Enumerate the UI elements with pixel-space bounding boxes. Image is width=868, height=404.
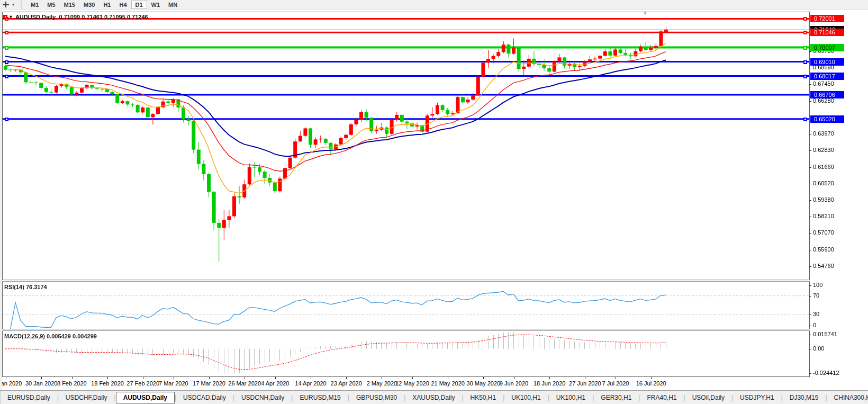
tab-gbpusd-m30[interactable]: GBPUSD,M30	[349, 392, 404, 403]
tab-usdjpy-h1[interactable]: USDJPY,H1	[733, 392, 781, 403]
tab-dj30-m15[interactable]: DJ30,M15	[783, 392, 826, 403]
date-tick-mark	[651, 377, 652, 379]
chart-marker-icon: ▼	[8, 14, 13, 20]
axis-tick-0.62830: 0.62830	[813, 147, 834, 153]
date-label: 7 Mar 2020	[155, 380, 192, 387]
chart-title-row: ▼ AUDUSD,Daily 0.71099 0.71461 0.71095 0…	[3, 13, 148, 21]
price-label-0.65020: 0.65020	[810, 115, 844, 123]
axis-tick-mark	[809, 250, 811, 250]
date-tick-mark	[209, 377, 210, 379]
tab-usdcad-daily[interactable]: USDCAD,Daily	[176, 392, 233, 403]
axis-tick-mark	[809, 84, 811, 85]
date-label: 9 Jun 2020	[495, 380, 532, 387]
timeframe-button-m15[interactable]: M15	[60, 1, 79, 9]
axis-tick-mark	[809, 349, 811, 349]
tab-audusd-daily[interactable]: AUDUSD,Daily	[116, 392, 175, 403]
date-label: 21 May 2020	[429, 380, 466, 387]
tab-usdchf-daily[interactable]: USDCHF,Daily	[59, 392, 114, 403]
axis-tick-mark	[809, 51, 811, 52]
axis-tick-mark	[809, 266, 811, 267]
tab-eurusd-m15[interactable]: EURUSD,M15	[293, 392, 347, 403]
date-tick-mark	[412, 377, 413, 379]
chart-title: AUDUSD,Daily 0.71099 0.71461 0.71095 0.7…	[15, 14, 148, 20]
timeframe-button-m5[interactable]: M5	[43, 1, 59, 9]
axis-tick-mark	[809, 315, 811, 315]
macd-indicator-label: MACD(12,26,9) 0.005429 0.004299	[4, 333, 97, 339]
axis-tick-0.60520: 0.60520	[813, 180, 834, 186]
axis-tick-mark	[809, 373, 811, 374]
panel-splitter-main-rsi[interactable]	[2, 280, 868, 282]
price-label-0.69010: 0.69010	[810, 58, 844, 66]
axis-tick-0.61660: 0.61660	[813, 164, 834, 170]
date-label: 17 Mar 2020	[191, 380, 228, 387]
axis-tick-mark	[809, 296, 811, 297]
axis-tick-mark	[809, 68, 811, 68]
axis-tick-mark	[809, 150, 811, 151]
date-tick-mark	[174, 377, 174, 379]
axis-tick-rsi-100: 100	[813, 282, 822, 288]
axis-tick-0.55900: 0.55900	[813, 246, 834, 253]
tab-fra40-h1[interactable]: FRA40,H1	[640, 392, 683, 403]
tab-xauusd-daily[interactable]: XAUUSD,Daily	[405, 392, 462, 403]
tab-ger30-h1[interactable]: GER30,H1	[594, 392, 638, 403]
timeframe-toolbar: ▾ M1M5M15M30H1H4D1W1MN	[0, 0, 868, 10]
date-tick-mark	[382, 377, 382, 379]
axis-tick-mark	[809, 184, 811, 184]
axis-tick-mark	[809, 200, 811, 201]
toolbar-grip-handle[interactable]	[21, 1, 24, 8]
date-label: 4 Apr 2020	[257, 380, 294, 387]
crosshair-tool-icon[interactable]	[2, 1, 12, 9]
date-tick-mark	[616, 377, 616, 379]
date-tick-mark	[514, 377, 514, 379]
date-label: 7 Jul 2020	[597, 380, 634, 387]
axis-tick-0.63970: 0.63970	[813, 130, 834, 137]
tab-hk50-h1[interactable]: HK50,H1	[464, 392, 503, 403]
axis-tick-mark	[809, 217, 811, 217]
axis-tick-mark	[809, 233, 811, 234]
timeframe-button-w1[interactable]: W1	[147, 1, 165, 9]
timeframe-button-m1[interactable]: M1	[26, 1, 43, 9]
chevron-down-icon[interactable]: ▾	[12, 2, 17, 7]
date-tick-mark	[346, 377, 347, 379]
timeframe-button-h1[interactable]: H1	[99, 1, 115, 9]
axis-tick-mark	[809, 335, 811, 335]
axis-tick-mark	[809, 285, 811, 286]
timeframe-buttons: M1M5M15M30H1H4D1W1MN	[26, 1, 182, 9]
axis-tick-mark	[809, 326, 811, 326]
price-chart-canvas[interactable]	[3, 12, 809, 377]
tab-usdcnh-daily[interactable]: USDCNH,Daily	[234, 392, 291, 403]
axis-tick-0.59380: 0.59380	[813, 196, 834, 203]
date-label: 14 Apr 2020	[292, 380, 329, 387]
date-axis[interactable]: 21 Jan 202030 Jan 20208 Feb 202018 Feb 2…	[2, 377, 809, 390]
axis-tick-mark	[809, 101, 811, 102]
tab-uk100-h1[interactable]: UK100,H1	[549, 392, 592, 403]
date-label: 16 Jul 2020	[632, 380, 670, 387]
timeframe-button-m30[interactable]: M30	[79, 1, 99, 9]
date-label: 23 Apr 2020	[328, 380, 365, 387]
axis-tick-0.67450: 0.67450	[813, 80, 834, 87]
date-tick-mark	[483, 377, 484, 379]
timeframe-button-mn[interactable]: MN	[164, 1, 182, 9]
trading-app-window: ▾ M1M5M15M30H1H4D1W1MN ▼ AUDUSD,Daily 0.…	[0, 0, 868, 404]
trendline-handle[interactable]	[3, 15, 7, 19]
chart-border-top	[2, 12, 868, 12]
tab-uk100-h1[interactable]: UK100,H1	[504, 392, 547, 403]
date-label: 12 May 2020	[394, 380, 431, 387]
rsi-indicator-label: RSI(14) 76.3174	[4, 284, 47, 290]
chart-shift-marker-icon[interactable]: ▼	[643, 11, 647, 16]
timeframe-button-h4[interactable]: H4	[115, 1, 131, 9]
tab-usoil-daily[interactable]: USOil,Daily	[685, 392, 731, 403]
date-label: 18 Jun 2020	[531, 380, 568, 387]
timeframe-button-d1[interactable]: D1	[131, 1, 147, 9]
price-axis[interactable]: 0.709000.697300.685900.674500.662800.639…	[810, 12, 868, 377]
chart-border-left	[2, 12, 3, 377]
axis-tick-0.57070: 0.57070	[813, 229, 834, 236]
axis-tick-mark	[809, 134, 811, 134]
date-label: 18 Feb 2020	[89, 380, 126, 387]
date-label: 21 Jan 2020	[2, 380, 24, 387]
tab-eurusd-daily[interactable]: EURUSD,Daily	[1, 392, 57, 403]
panel-splitter-rsi-macd[interactable]	[2, 329, 868, 331]
date-tick-mark	[448, 377, 448, 379]
tab-china300-h4[interactable]: CHINA300,H4	[827, 392, 868, 403]
axis-tick-rsi-70: 70	[813, 292, 819, 299]
